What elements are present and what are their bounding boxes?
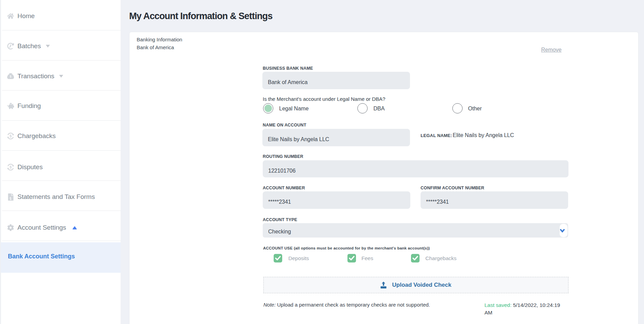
svg-text:$: $ — [10, 165, 12, 169]
svg-text:$: $ — [10, 134, 12, 138]
